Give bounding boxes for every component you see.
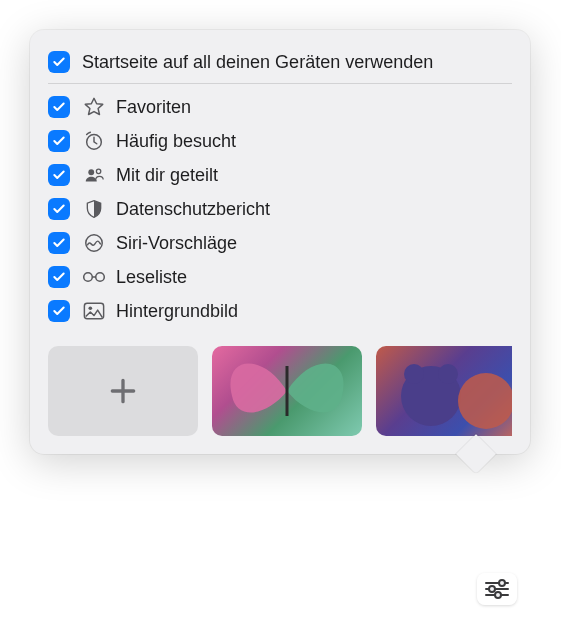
svg-point-4: [84, 273, 93, 282]
svg-point-11: [458, 373, 512, 429]
svg-point-10: [438, 364, 458, 384]
option-row-hintergrund[interactable]: Hintergrundbild: [48, 294, 512, 328]
sliders-icon: [484, 579, 510, 599]
option-label: Mit dir geteilt: [116, 165, 218, 186]
checkbox-siri[interactable]: [48, 232, 70, 254]
bear-art-icon: [376, 346, 512, 436]
option-label: Datenschutzbericht: [116, 199, 270, 220]
option-label: Favoriten: [116, 97, 191, 118]
checkbox-favoriten[interactable]: [48, 96, 70, 118]
clock-icon: [82, 129, 106, 153]
option-row-siri[interactable]: Siri-Vorschläge: [48, 226, 512, 260]
popover-arrow: [462, 454, 490, 468]
option-row-geteilt[interactable]: Mit dir geteilt: [48, 158, 512, 192]
svg-point-7: [89, 306, 93, 310]
option-label: Siri-Vorschläge: [116, 233, 237, 254]
background-thumbnails: [48, 346, 512, 436]
star-icon: [82, 95, 106, 119]
checkmark-icon: [52, 304, 66, 318]
plus-icon: [107, 375, 139, 407]
checkbox-leseliste[interactable]: [48, 266, 70, 288]
svg-point-17: [495, 592, 501, 598]
checkmark-icon: [52, 202, 66, 216]
customize-startpage-button[interactable]: [477, 573, 517, 605]
checkmark-icon: [52, 55, 66, 69]
checkbox-hintergrund[interactable]: [48, 300, 70, 322]
background-thumbnail-butterfly[interactable]: [212, 346, 362, 436]
glasses-icon: [82, 265, 106, 289]
siri-icon: [82, 231, 106, 255]
checkmark-icon: [52, 236, 66, 250]
svg-point-2: [96, 169, 100, 173]
svg-point-9: [404, 364, 424, 384]
svg-point-13: [499, 580, 505, 586]
checkmark-icon: [52, 168, 66, 182]
checkbox-geteilt[interactable]: [48, 164, 70, 186]
checkbox-datenschutz[interactable]: [48, 198, 70, 220]
shield-icon: [82, 197, 106, 221]
option-row-datenschutz[interactable]: Datenschutzbericht: [48, 192, 512, 226]
add-background-thumbnail[interactable]: [48, 346, 198, 436]
shared-icon: [82, 163, 106, 187]
use-on-all-devices-label: Startseite auf all deinen Geräten verwen…: [82, 52, 433, 73]
divider: [48, 83, 512, 84]
svg-point-1: [88, 169, 94, 175]
image-icon: [82, 299, 106, 323]
option-row-leseliste[interactable]: Leseliste: [48, 260, 512, 294]
option-label: Hintergrundbild: [116, 301, 238, 322]
svg-rect-6: [84, 303, 103, 319]
option-row-favoriten[interactable]: Favoriten: [48, 90, 512, 124]
option-label: Häufig besucht: [116, 131, 236, 152]
checkmark-icon: [52, 270, 66, 284]
checkmark-icon: [52, 134, 66, 148]
checkmark-icon: [52, 100, 66, 114]
butterfly-art-icon: [212, 346, 362, 436]
checkbox-use-on-all-devices[interactable]: [48, 51, 70, 73]
background-thumbnail-bear[interactable]: [376, 346, 512, 436]
checkbox-haeufig[interactable]: [48, 130, 70, 152]
option-label: Leseliste: [116, 267, 187, 288]
svg-point-5: [96, 273, 105, 282]
startpage-settings-popover: Startseite auf all deinen Geräten verwen…: [30, 30, 530, 454]
option-row-haeufig[interactable]: Häufig besucht: [48, 124, 512, 158]
svg-point-15: [489, 586, 495, 592]
use-on-all-devices-row[interactable]: Startseite auf all deinen Geräten verwen…: [48, 46, 512, 83]
